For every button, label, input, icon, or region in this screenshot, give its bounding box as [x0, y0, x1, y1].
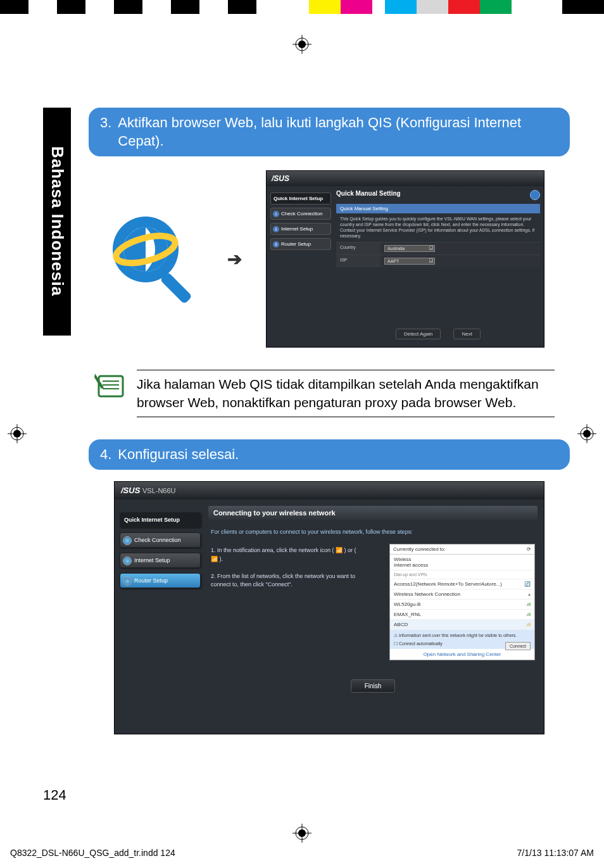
qis-section-head: Quick Manual Setting — [336, 204, 540, 213]
qis-description: This Quick Setup guides you to quickly c… — [336, 213, 540, 241]
step-text: Konfigurasi selesai. — [118, 446, 239, 464]
form-row-country: Country Australia — [336, 242, 540, 255]
footer-filename: Q8322_DSL-N66U_QSG_add_tr.indd 124 — [10, 848, 175, 858]
list-item: Wireless Network Connection▴ — [390, 589, 534, 600]
sidebar-title: Quick Internet Setup — [120, 512, 201, 527]
router-screenshot-finish: /SUS VSL-N66U Quick Internet Setup Check… — [114, 481, 544, 734]
step-text: Aktifkan browser Web, lalu ikuti langkah… — [118, 114, 558, 150]
sidebar-check-connection[interactable]: 1Check Connection — [270, 208, 331, 220]
qis-title: Quick Manual Setting — [336, 190, 540, 200]
sidebar-router-setup[interactable]: 3Router Setup — [270, 238, 331, 250]
browser-magnifier-icon — [108, 211, 203, 306]
sidebar-internet-setup[interactable]: 2Internet Setup — [270, 223, 331, 235]
windows-network-popup: Currently connected to:⟳ Wixless Interne… — [389, 544, 535, 660]
list-item[interactable]: Access12(Network Remote+To Server/Autore… — [390, 579, 534, 589]
sidebar-check-connection[interactable]: Check Connection — [120, 532, 201, 548]
next-button[interactable]: Next — [453, 329, 480, 339]
popup-current-net: Wixless Internet access — [390, 555, 534, 570]
open-network-center-link[interactable]: Open Network and Sharing Center — [390, 649, 534, 660]
page-number: 124 — [43, 787, 66, 803]
registration-mark-bottom — [293, 824, 311, 843]
asus-logo: /SUS — [267, 171, 544, 186]
arrow-icon: ➔ — [215, 249, 253, 270]
popup-section: Dial-up and VPN — [390, 570, 534, 579]
note-text: Jika halaman Web QIS tidak ditampilkan s… — [137, 375, 555, 412]
popup-header: Currently connected to:⟳ — [390, 544, 534, 555]
note-text-container: Jika halaman Web QIS tidak ditampilkan s… — [137, 370, 555, 417]
step-number: 4. — [100, 446, 111, 464]
isp-dropdown[interactable]: AAPT — [384, 258, 435, 265]
note-icon — [92, 370, 125, 400]
form-row-isp: ISP AAPT — [336, 255, 540, 267]
note-block: Jika halaman Web QIS tidak ditampilkan s… — [89, 370, 570, 417]
step-3-callout: 3. Aktifkan browser Web, lalu ikuti lang… — [89, 108, 570, 156]
page-content: 3. Aktifkan browser Web, lalu ikuti lang… — [89, 108, 570, 734]
qis-main: Quick Manual Setting Quick Manual Settin… — [336, 190, 540, 343]
connect-button[interactable]: Connect — [505, 642, 531, 650]
language-tab: Bahasa Indonesia — [43, 108, 71, 336]
connecting-subtext: For clients or computers to connect to y… — [208, 520, 538, 544]
popup-warning: ⚠ Information sent over this network mig… — [390, 630, 534, 648]
qis-sidebar: Quick Internet Setup Check Connection In… — [120, 512, 201, 593]
qis-sidebar: Quick Internet Setup 1Check Connection 2… — [270, 192, 331, 253]
color-registration-bar — [0, 0, 604, 14]
list-item[interactable]: WL520gu-B.ıll — [390, 600, 534, 610]
svg-rect-20 — [160, 272, 192, 305]
qis-main: Connecting to your wireless network For … — [208, 506, 538, 727]
home-icon[interactable] — [530, 190, 540, 200]
registration-mark-top — [293, 35, 311, 54]
step-3-figure: ➔ /SUS Quick Internet Setup 1Check Conne… — [108, 170, 570, 348]
list-item[interactable]: EMAX_RNL.ıll — [390, 610, 534, 620]
list-item[interactable]: ABCD.ıll — [390, 620, 534, 630]
registration-mark-right — [577, 424, 596, 443]
step-number: 3. — [100, 114, 111, 150]
connecting-title: Connecting to your wireless network — [208, 506, 538, 520]
registration-mark-left — [8, 424, 27, 443]
connection-steps: 1. In the notification area, click the n… — [208, 544, 360, 592]
sidebar-router-setup[interactable]: Router Setup — [120, 573, 201, 588]
router-screenshot-qis: /SUS Quick Internet Setup 1Check Connect… — [266, 170, 544, 348]
country-dropdown[interactable]: Australia — [384, 245, 435, 252]
sidebar-title: Quick Internet Setup — [270, 192, 331, 204]
detect-again-button[interactable]: Detect Again — [396, 329, 441, 339]
finish-button[interactable]: Finish — [351, 679, 395, 693]
sidebar-internet-setup[interactable]: Internet Setup — [120, 553, 201, 568]
step-4-callout: 4. Konfigurasi selesai. — [89, 439, 570, 470]
asus-logo: /SUS VSL-N66U — [115, 482, 544, 500]
footer-timestamp: 7/1/13 11:13:07 AM — [517, 848, 594, 858]
